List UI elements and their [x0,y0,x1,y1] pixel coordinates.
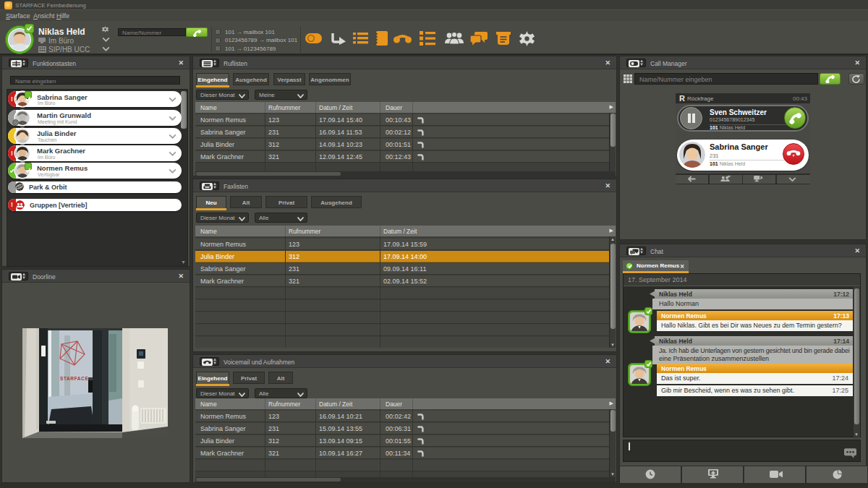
svg-text:STARFACE: STARFACE [60,376,88,381]
